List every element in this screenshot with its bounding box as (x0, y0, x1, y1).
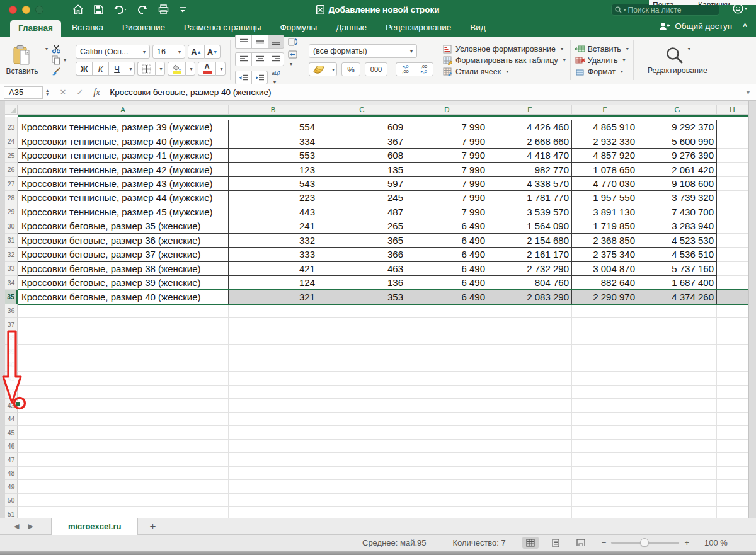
cell[interactable]: 804 760 (488, 276, 572, 290)
cell[interactable]: 7 990 (406, 205, 488, 219)
cell[interactable]: 4 770 030 (572, 177, 638, 191)
cell[interactable] (406, 413, 488, 426)
decrease-decimal-button[interactable]: ,00▸,0 (415, 62, 433, 76)
row-header-38[interactable]: 38 (5, 331, 18, 345)
row-header-46[interactable]: 46 (5, 440, 18, 454)
cell[interactable]: 982 770 (488, 163, 572, 176)
cell[interactable]: 241 (229, 219, 318, 233)
cell[interactable] (229, 453, 318, 467)
cell[interactable]: 265 (318, 219, 406, 233)
fill-color-dropdown[interactable]: ▾ (185, 62, 195, 76)
font-color-button[interactable]: А (198, 62, 215, 76)
cell[interactable]: 1 564 090 (488, 219, 572, 233)
cell[interactable]: 5 600 990 (638, 134, 717, 148)
cell[interactable]: 1 078 650 (572, 163, 638, 176)
cell[interactable] (318, 345, 406, 358)
cell[interactable] (638, 399, 717, 413)
cell[interactable]: 245 (318, 191, 406, 205)
copy-button[interactable]: ▾ (52, 55, 66, 65)
cell[interactable]: 123 (229, 163, 318, 176)
tab-4[interactable]: Разметка страницы (176, 20, 269, 37)
align-right-button[interactable] (268, 52, 284, 66)
name-box-spinner[interactable]: ▲▼ (45, 89, 49, 96)
cell[interactable] (318, 413, 406, 426)
cell[interactable] (229, 318, 318, 331)
cell[interactable]: Кроссовки беговые, размер 36 (женские) (18, 234, 229, 248)
cell[interactable] (638, 480, 717, 494)
row-header-24[interactable]: 24 (5, 134, 18, 148)
cell[interactable] (406, 345, 488, 358)
cell[interactable]: Кроссовки беговые, размер 38 (женские) (18, 262, 229, 276)
row-header-42[interactable]: 42 (5, 386, 18, 399)
cell[interactable] (638, 318, 717, 331)
cell[interactable] (638, 358, 717, 372)
cell[interactable]: 3 283 940 (638, 219, 717, 233)
delete-cells-button[interactable]: Удалить▾ (575, 56, 629, 65)
row-header-47[interactable]: 47 (5, 453, 18, 467)
undo-button[interactable] (113, 5, 127, 14)
cell[interactable]: 7 990 (406, 163, 488, 176)
selection-fill-handle[interactable] (16, 401, 21, 406)
row-header-41[interactable]: 41 (5, 372, 18, 386)
redo-button[interactable] (137, 5, 148, 14)
cell[interactable]: 1 687 400 (638, 276, 717, 290)
cell[interactable]: 136 (318, 276, 406, 290)
row-header-33[interactable]: 33 (5, 262, 18, 276)
cell[interactable]: 4 374 260 (638, 290, 717, 304)
cell[interactable]: 7 990 (406, 149, 488, 163)
tab-2[interactable]: Вставка (64, 20, 112, 37)
cell[interactable] (488, 304, 572, 318)
cell[interactable]: 365 (318, 234, 406, 248)
insert-function-icon[interactable]: fx (93, 88, 100, 98)
cell[interactable] (406, 494, 488, 508)
cell[interactable] (717, 219, 748, 233)
cell[interactable]: 7 990 (406, 134, 488, 148)
row-header-27[interactable]: 27 (5, 177, 18, 191)
sheet-tab-microexcel[interactable]: microexcel.ru (51, 518, 139, 535)
cell[interactable] (229, 467, 318, 481)
cell[interactable] (488, 453, 572, 467)
cell[interactable] (717, 480, 748, 494)
cell[interactable] (572, 358, 638, 372)
cell[interactable] (717, 399, 748, 413)
cell[interactable] (318, 331, 406, 345)
search-scope-chevron[interactable]: ▾ (624, 8, 626, 13)
cancel-entry-icon[interactable]: ✕ (59, 88, 66, 97)
close-window-button[interactable] (9, 6, 17, 14)
cell[interactable] (488, 507, 572, 518)
borders-dropdown[interactable]: ▾ (155, 62, 165, 76)
paste-dropdown[interactable]: ▾ (45, 46, 48, 52)
cell[interactable] (572, 440, 638, 454)
cell[interactable] (638, 372, 717, 386)
cell[interactable]: 1 719 850 (572, 219, 638, 233)
column-header-C[interactable]: C (318, 105, 406, 114)
cell[interactable] (572, 507, 638, 518)
cell[interactable] (717, 304, 748, 318)
font-color-dropdown[interactable]: ▾ (215, 62, 226, 76)
format-painter-button[interactable] (52, 67, 66, 76)
cell[interactable] (406, 318, 488, 331)
cell[interactable] (18, 413, 229, 426)
cell[interactable]: Кроссовки беговые, размер 35 (женские) (18, 219, 229, 233)
cell[interactable] (229, 507, 318, 518)
cell[interactable] (488, 318, 572, 331)
cell[interactable]: 6 490 (406, 248, 488, 261)
cell[interactable] (488, 467, 572, 481)
cell[interactable] (18, 453, 229, 467)
row-header-32[interactable]: 32 (5, 248, 18, 261)
column-header-D[interactable]: D (406, 105, 488, 114)
cell[interactable] (406, 480, 488, 494)
underline-button[interactable]: Ч (108, 62, 125, 76)
cell[interactable] (488, 386, 572, 399)
bold-button[interactable]: Ж (76, 62, 92, 76)
increase-indent-button[interactable] (251, 71, 268, 84)
cell[interactable] (229, 426, 318, 440)
cell[interactable] (229, 345, 318, 358)
cell[interactable]: 9 276 390 (638, 149, 717, 163)
cell[interactable] (717, 177, 748, 191)
cell[interactable] (406, 453, 488, 467)
cell[interactable] (717, 234, 748, 248)
cell[interactable]: Кроссовки теннисные, размер 45 (мужские) (18, 205, 229, 219)
cell[interactable] (18, 426, 229, 440)
zoom-percentage[interactable]: 100 % (704, 538, 728, 547)
